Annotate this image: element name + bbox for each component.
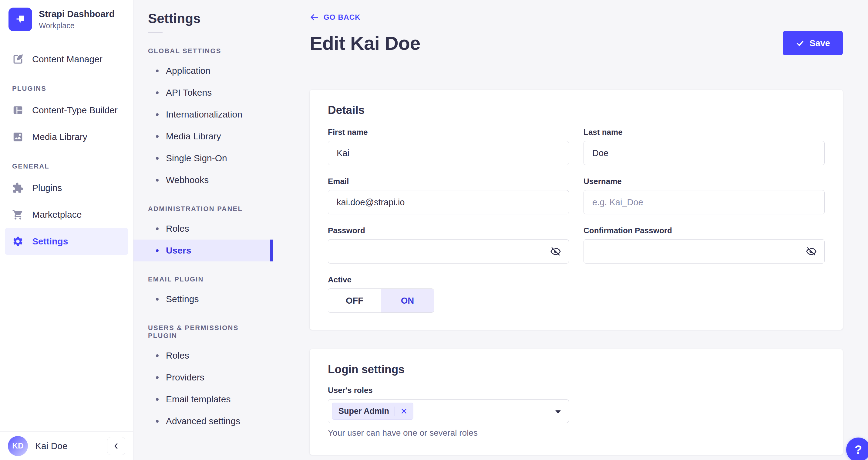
save-button[interactable]: Save: [783, 31, 843, 55]
toggle-confirmation-password-visibility-button[interactable]: [805, 245, 818, 258]
workspace-brand[interactable]: Strapi Dashboard Workplace: [0, 0, 133, 39]
sidebar-item-label: Media Library: [32, 132, 87, 142]
sidebar-item-label: Content-Type Builder: [32, 105, 118, 115]
first-name-input[interactable]: [328, 141, 569, 165]
field-last-name: Last name: [584, 127, 825, 165]
subnav-item-internationalization[interactable]: Internationalization: [133, 104, 273, 125]
subnav-item-api-tokens[interactable]: API Tokens: [133, 82, 273, 104]
subnav-item-webhooks[interactable]: Webhooks: [133, 169, 273, 191]
bullet-icon: [156, 157, 159, 160]
sidebar-item-plugins[interactable]: Plugins: [5, 175, 128, 201]
remove-role-button[interactable]: [397, 404, 411, 418]
sidebar-section-general: GENERAL: [5, 163, 128, 170]
subnav-item-email-settings[interactable]: Settings: [133, 288, 273, 310]
sidebar-item-media-library[interactable]: Media Library: [5, 123, 128, 150]
field-first-name: First name: [328, 127, 569, 165]
check-icon: [796, 38, 805, 48]
field-email: Email: [328, 177, 569, 214]
active-on-button[interactable]: ON: [381, 289, 434, 312]
login-settings-card: Login settings User's roles Super Admin …: [310, 349, 843, 455]
main-content: GO BACK Edit Kai Doe Save Details First …: [273, 0, 868, 460]
picture-icon: [12, 131, 24, 143]
toggle-password-visibility-button[interactable]: [549, 245, 562, 258]
main-sidebar: Strapi Dashboard Workplace Content Manag…: [0, 0, 133, 460]
bullet-icon: [156, 420, 159, 423]
user-roles-select[interactable]: Super Admin: [328, 399, 569, 423]
subnav-item-up-providers[interactable]: Providers: [133, 367, 273, 389]
first-name-label: First name: [328, 127, 569, 137]
caret-down-icon: [555, 410, 561, 413]
puzzle-icon: [12, 182, 24, 194]
bullet-icon: [156, 179, 159, 181]
strapi-logo-icon: [8, 8, 32, 31]
arrow-left-icon: [310, 13, 319, 22]
role-tag-super-admin: Super Admin: [332, 403, 413, 420]
help-button[interactable]: ?: [846, 437, 868, 460]
sidebar-item-marketplace[interactable]: Marketplace: [5, 201, 128, 228]
sidebar-item-content-manager[interactable]: Content Manager: [5, 46, 128, 73]
last-name-label: Last name: [584, 127, 825, 137]
password-label: Password: [328, 226, 569, 235]
sidebar-item-content-type-builder[interactable]: Content-Type Builder: [5, 97, 128, 123]
subnav-section-administration-panel: ADMINISTRATION PANEL Roles Users: [133, 205, 273, 261]
settings-subnav: Settings GLOBAL SETTINGS Application API…: [133, 0, 273, 460]
bullet-icon: [156, 354, 159, 357]
details-heading: Details: [328, 104, 825, 117]
username-label: Username: [584, 177, 825, 186]
subnav-title: Settings: [133, 11, 273, 26]
user-roles-label: User's roles: [328, 385, 825, 395]
active-label: Active: [328, 275, 569, 285]
sidebar-nav: Content Manager PLUGINS Content-Type Bui…: [0, 39, 133, 255]
bullet-icon: [156, 398, 159, 401]
email-input[interactable]: [328, 190, 569, 214]
subnav-item-up-roles[interactable]: Roles: [133, 345, 273, 367]
active-off-button[interactable]: OFF: [328, 289, 381, 312]
active-toggle: OFF ON: [328, 288, 434, 313]
bullet-icon: [156, 135, 159, 138]
subnav-section-global-settings: GLOBAL SETTINGS Application API Tokens I…: [133, 47, 273, 191]
sidebar-footer: KD Kai Doe: [0, 431, 133, 460]
sidebar-item-settings[interactable]: Settings: [5, 228, 128, 255]
page-title: Edit Kai Doe: [310, 32, 420, 54]
shopping-cart-icon: [12, 209, 24, 221]
subnav-item-media-library[interactable]: Media Library: [133, 125, 273, 147]
bullet-icon: [156, 249, 159, 252]
last-name-input[interactable]: [584, 141, 825, 165]
subnav-section-users-permissions-plugin: USERS & PERMISSIONS PLUGIN Roles Provide…: [133, 324, 273, 432]
bullet-icon: [156, 69, 159, 72]
bullet-icon: [156, 227, 159, 230]
subnav-item-up-email-templates[interactable]: Email templates: [133, 389, 273, 410]
eye-off-icon: [806, 246, 817, 257]
roles-helper-text: Your user can have one or several roles: [328, 428, 825, 438]
password-input[interactable]: [328, 239, 569, 263]
tag-divider: [395, 407, 395, 416]
feather-icon: [12, 53, 24, 65]
eye-off-icon: [550, 246, 561, 257]
avatar[interactable]: KD: [8, 436, 28, 456]
username-input[interactable]: [584, 190, 825, 214]
sidebar-item-label: Marketplace: [32, 209, 82, 220]
field-username: Username: [584, 177, 825, 214]
bullet-icon: [156, 376, 159, 379]
email-label: Email: [328, 177, 569, 186]
login-settings-heading: Login settings: [328, 363, 825, 376]
subnav-divider: [148, 32, 162, 33]
close-icon: [400, 407, 408, 415]
details-card: Details First name Last name Email: [310, 90, 843, 330]
sidebar-section-plugins: PLUGINS: [5, 85, 128, 93]
subnav-item-single-sign-on[interactable]: Single Sign-On: [133, 147, 273, 169]
subnav-item-up-advanced-settings[interactable]: Advanced settings: [133, 410, 273, 432]
gear-icon: [12, 236, 24, 247]
bullet-icon: [156, 298, 159, 300]
sidebar-item-label: Content Manager: [32, 54, 102, 64]
layout-grid-icon: [12, 105, 24, 116]
sidebar-item-label: Plugins: [32, 183, 62, 193]
collapse-sidebar-button[interactable]: [107, 437, 125, 455]
confirmation-password-input[interactable]: [584, 239, 825, 263]
subnav-item-admin-roles[interactable]: Roles: [133, 218, 273, 239]
go-back-link[interactable]: GO BACK: [310, 13, 361, 22]
subnav-item-application[interactable]: Application: [133, 60, 273, 82]
user-name: Kai Doe: [35, 441, 100, 451]
workspace-name: Workplace: [39, 21, 115, 30]
subnav-item-admin-users[interactable]: Users: [133, 239, 273, 261]
